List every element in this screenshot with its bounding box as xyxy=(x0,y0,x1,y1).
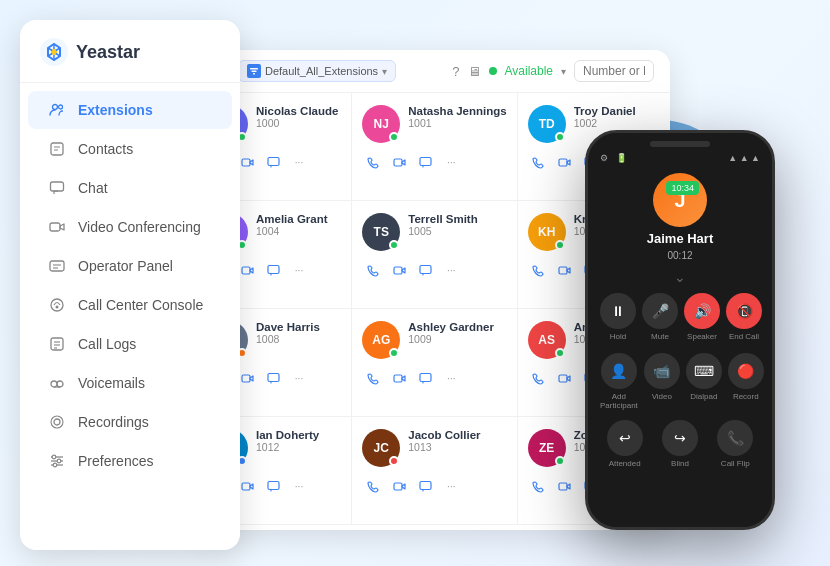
sidebar-label-preferences: Preferences xyxy=(78,453,153,469)
video-button[interactable] xyxy=(388,151,410,173)
svg-point-12 xyxy=(51,299,63,311)
svg-rect-42 xyxy=(559,267,567,274)
chat-button[interactable] xyxy=(414,151,436,173)
dialpad-label: Dialpad xyxy=(690,392,717,401)
svg-rect-30 xyxy=(252,71,257,73)
presence-dot xyxy=(555,240,565,250)
logo-area: Yeastar xyxy=(20,38,240,83)
call-center-icon xyxy=(48,296,66,314)
call-chevron[interactable]: ⌄ xyxy=(588,267,772,287)
yeastar-logo: Yeastar xyxy=(40,38,140,66)
chat-button[interactable] xyxy=(262,259,284,281)
end-call-button[interactable]: 📵 End Call xyxy=(726,293,762,341)
sidebar-label-video-conferencing: Video Conferencing xyxy=(78,219,201,235)
ext-number: 1004 xyxy=(256,225,341,237)
mute-label: Mute xyxy=(651,332,669,341)
video-button[interactable] xyxy=(554,367,576,389)
call-button[interactable] xyxy=(528,367,550,389)
monitor-icon[interactable]: 🖥 xyxy=(468,64,481,79)
call-button[interactable] xyxy=(528,151,550,173)
svg-rect-47 xyxy=(420,373,431,381)
more-button[interactable]: ··· xyxy=(288,475,310,497)
svg-rect-9 xyxy=(50,261,64,271)
svg-rect-34 xyxy=(394,159,402,166)
avatar-wrap: TD xyxy=(528,105,566,143)
sidebar-item-call-center[interactable]: Call Center Console xyxy=(28,286,232,324)
blind-button[interactable]: ↪ Blind xyxy=(655,420,704,468)
svg-rect-38 xyxy=(242,267,250,274)
more-button[interactable]: ··· xyxy=(288,259,310,281)
svg-rect-32 xyxy=(242,159,250,166)
svg-rect-29 xyxy=(250,68,258,70)
video-button[interactable] xyxy=(554,151,576,173)
ext-actions: ··· xyxy=(362,475,506,497)
call-header-icons: ⚙ 🔋 xyxy=(600,153,627,163)
avatar-wrap: AS xyxy=(528,321,566,359)
video-button[interactable] xyxy=(388,475,410,497)
ext-card: TS Terrell Smith 1005 xyxy=(352,201,517,309)
more-button[interactable]: ··· xyxy=(440,151,462,173)
more-button[interactable]: ··· xyxy=(440,367,462,389)
video-button[interactable] xyxy=(388,367,410,389)
chat-button[interactable] xyxy=(414,367,436,389)
hold-button[interactable]: ⏸ Hold xyxy=(600,293,636,341)
sidebar-item-call-logs[interactable]: Call Logs xyxy=(28,325,232,363)
recordings-icon xyxy=(48,413,66,431)
chat-button[interactable] xyxy=(414,475,436,497)
ext-name: Dave Harris xyxy=(256,321,341,333)
ext-number: 1012 xyxy=(256,441,341,453)
sidebar-item-preferences[interactable]: Preferences xyxy=(28,442,232,480)
call-button[interactable] xyxy=(362,475,384,497)
call-duration: 00:12 xyxy=(667,250,692,261)
video-button[interactable] xyxy=(554,259,576,281)
sidebar-item-contacts[interactable]: Contacts xyxy=(28,130,232,168)
sidebar-item-video-conferencing[interactable]: Video Conferencing xyxy=(28,208,232,246)
more-button[interactable]: ··· xyxy=(288,151,310,173)
help-icon[interactable]: ? xyxy=(452,64,459,79)
svg-point-13 xyxy=(56,306,59,309)
svg-rect-35 xyxy=(420,157,431,165)
chat-button[interactable] xyxy=(262,475,284,497)
more-button[interactable]: ··· xyxy=(440,475,462,497)
sidebar-item-extensions[interactable]: Extensions xyxy=(28,91,232,129)
speaker-button[interactable]: 🔊 Speaker xyxy=(684,293,720,341)
call-flip-button[interactable]: 📞 Call Flip xyxy=(711,420,760,468)
add-participant-button[interactable]: 👤 Add Participant xyxy=(600,353,638,410)
call-signal: ▲ ▲ ▲ xyxy=(728,153,760,163)
blind-icon: ↪ xyxy=(662,420,698,456)
call-button[interactable] xyxy=(362,151,384,173)
presence-dot xyxy=(389,348,399,358)
svg-point-26 xyxy=(52,455,56,459)
chat-button[interactable] xyxy=(414,259,436,281)
sidebar-item-recordings[interactable]: Recordings xyxy=(28,403,232,441)
dialpad-button[interactable]: ⌨ Dialpad xyxy=(686,353,722,410)
chat-button[interactable] xyxy=(262,367,284,389)
sidebar-item-chat[interactable]: Chat xyxy=(28,169,232,207)
call-button[interactable] xyxy=(528,475,550,497)
number-input[interactable] xyxy=(574,60,654,82)
more-button[interactable]: ··· xyxy=(288,367,310,389)
ext-card: JC Jacob Collier 1013 xyxy=(352,417,517,525)
svg-rect-54 xyxy=(559,483,567,490)
call-logs-icon xyxy=(48,335,66,353)
more-button[interactable]: ··· xyxy=(440,259,462,281)
filter-badge[interactable]: Default_All_Extensions ▾ xyxy=(238,60,396,82)
call-button[interactable] xyxy=(362,367,384,389)
video-button[interactable] xyxy=(388,259,410,281)
mute-button[interactable]: 🎤 Mute xyxy=(642,293,678,341)
ext-number: 1005 xyxy=(408,225,506,237)
presence-dot xyxy=(555,456,565,466)
record-button[interactable]: 🔴 Record xyxy=(728,353,764,410)
call-flip-icon: 📞 xyxy=(717,420,753,456)
header-right: ? 🖥 Available ▾ xyxy=(452,60,654,82)
call-button[interactable] xyxy=(362,259,384,281)
call-button[interactable] xyxy=(528,259,550,281)
sidebar-item-voicemails[interactable]: Voicemails xyxy=(28,364,232,402)
extensions-icon xyxy=(48,101,66,119)
attended-button[interactable]: ↩ Attended xyxy=(600,420,649,468)
sidebar-item-operator-panel[interactable]: Operator Panel xyxy=(28,247,232,285)
preferences-icon xyxy=(48,452,66,470)
video-button[interactable] xyxy=(554,475,576,497)
video-button[interactable]: 📹 Video xyxy=(644,353,680,410)
chat-button[interactable] xyxy=(262,151,284,173)
